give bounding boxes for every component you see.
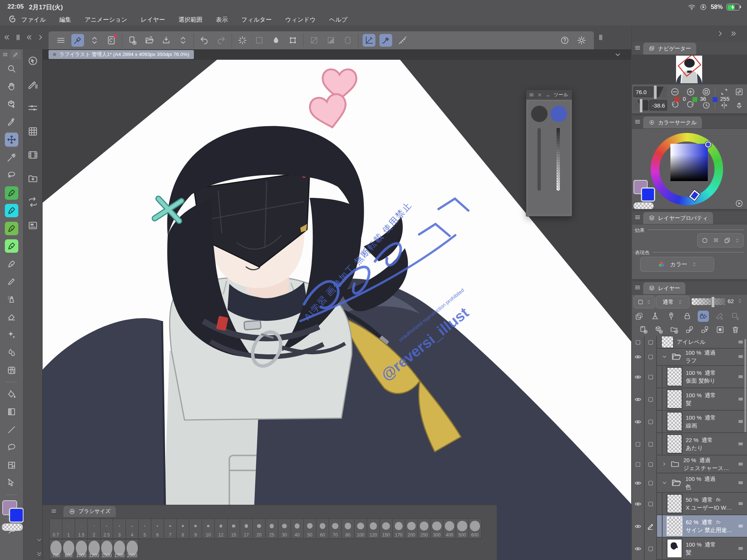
sv-selector[interactable]: [705, 141, 711, 147]
left-drag-handle-icon[interactable]: [14, 34, 22, 41]
layer-drag-handle-icon[interactable]: [737, 373, 744, 380]
collapse-tools-icon[interactable]: [25, 34, 33, 41]
decoration-tool[interactable]: [5, 328, 18, 342]
brush-size-1700[interactable]: 1700: [113, 539, 126, 559]
new-canvas-button[interactable]: [126, 34, 139, 47]
invert-selection-button[interactable]: [325, 34, 337, 47]
app-logo-icon[interactable]: [7, 14, 17, 24]
brush-size-700[interactable]: 700: [49, 539, 62, 559]
chevron-right-icon[interactable]: [661, 461, 667, 467]
layer-checkbox[interactable]: [645, 388, 657, 411]
operation-3d-tool[interactable]: [5, 97, 18, 111]
document-tab[interactable]: ラフイラスト 管理人1* (A4 2894 x 4093px 350dpi 76…: [49, 50, 194, 59]
navigator-preview-area[interactable]: [632, 55, 747, 84]
brush-size-5[interactable]: 5: [138, 519, 151, 539]
tool-tab[interactable]: [10, 50, 21, 59]
airbrush-tool[interactable]: [5, 293, 18, 306]
marker-tool-lightgreen[interactable]: [5, 239, 18, 253]
layer-content[interactable]: 100 % 通過ラフ: [657, 348, 747, 366]
deselect-button[interactable]: [308, 34, 320, 47]
brush-size-1500[interactable]: 1500: [100, 539, 113, 559]
blend-tool[interactable]: [5, 346, 18, 359]
sub-color-well[interactable]: [641, 187, 655, 202]
rotate-view-button[interactable]: [27, 55, 38, 68]
tool-window-close-icon[interactable]: [537, 92, 542, 97]
brush-size-8[interactable]: 8: [176, 519, 189, 539]
layer-visibility-toggle[interactable]: [632, 336, 645, 349]
move-layer-tool[interactable]: [5, 133, 18, 146]
layer-checkbox[interactable]: [645, 493, 657, 515]
selection-launcher-button[interactable]: [253, 34, 266, 47]
brush-size-2[interactable]: 2: [87, 519, 100, 539]
expression-color-dropdown[interactable]: カラー: [640, 257, 714, 272]
pen-tool[interactable]: [5, 257, 18, 271]
transfer-layer-button[interactable]: [684, 324, 695, 335]
layer-content[interactable]: 100 % 通常線画: [657, 411, 747, 433]
object-tool[interactable]: [5, 476, 18, 489]
layer-combine-dropdown[interactable]: [633, 296, 655, 308]
frame-border-tool[interactable]: [5, 458, 18, 472]
tab-brush-size[interactable]: ブラシサイズ: [63, 506, 116, 517]
sub-color-swatch[interactable]: [9, 508, 24, 523]
brush-size-250[interactable]: 250: [418, 519, 431, 539]
layer-editing-indicator[interactable]: [645, 515, 657, 538]
brush-size-17[interactable]: 17: [240, 519, 253, 539]
main-menu-button[interactable]: [55, 34, 67, 47]
menu-item-edit[interactable]: 編集: [59, 16, 71, 24]
brush-size-9[interactable]: 9: [189, 519, 202, 539]
zoom-out-button[interactable]: [669, 86, 681, 97]
panel-collapse-icon[interactable]: [716, 30, 724, 37]
layer-visibility-toggle[interactable]: [632, 515, 645, 538]
brush-size-25[interactable]: 25: [265, 519, 278, 539]
brush-size-6[interactable]: 6: [151, 519, 164, 539]
brush-size-12[interactable]: 12: [214, 519, 227, 539]
layer-visibility-toggle[interactable]: [632, 388, 645, 411]
collapse-panel-icon[interactable]: [36, 551, 43, 557]
layer-checkbox[interactable]: [645, 411, 657, 433]
brush-size-800[interactable]: 800: [62, 539, 75, 559]
layer-content[interactable]: 20 % 通過ジェスチャースケッチ: [657, 455, 747, 473]
layer-drag-handle-icon[interactable]: [737, 396, 744, 402]
brush-size-3[interactable]: 3: [113, 519, 126, 539]
brush-panel-menu-icon[interactable]: [51, 508, 57, 514]
menu-item-animation[interactable]: アニメーション: [85, 16, 127, 24]
brush-size-1000[interactable]: 1000: [75, 539, 88, 559]
brush-size-2.5[interactable]: 2.5: [100, 519, 113, 539]
tool-window-titlebar[interactable]: ツール: [526, 90, 572, 100]
hand-tool[interactable]: [5, 80, 18, 93]
brush-size-300[interactable]: 300: [430, 519, 443, 539]
layer-panel-menu-icon[interactable]: [634, 284, 641, 291]
tool-property-button[interactable]: [27, 102, 38, 115]
save-options-switcher[interactable]: [177, 34, 189, 47]
layer-content[interactable]: 62 % 通常サイン 禁止用途入り: [657, 515, 747, 538]
layer-drag-handle-icon[interactable]: [737, 461, 744, 467]
new-layer-button[interactable]: [638, 324, 649, 335]
brush-size-4[interactable]: 4: [125, 519, 139, 539]
layer-content[interactable]: 100 % 通常髪: [657, 538, 747, 560]
fill-selection-button[interactable]: [270, 34, 282, 47]
transparent-color-swatch[interactable]: [2, 523, 23, 531]
brush-size-7[interactable]: 7: [164, 519, 177, 539]
menu-item-file[interactable]: ファイル: [21, 16, 46, 24]
brush-size-50[interactable]: 50: [303, 519, 316, 539]
brush-size-2000[interactable]: 2000: [125, 539, 139, 559]
select-wand-launcher-button[interactable]: [236, 34, 249, 47]
layer-drag-handle-icon[interactable]: [737, 339, 744, 345]
layer-drag-handle-icon[interactable]: [737, 418, 744, 425]
zoom-slider[interactable]: [654, 87, 667, 97]
menu-item-window[interactable]: ウィンドウ: [285, 16, 316, 24]
layer-row-9[interactable]: 62 % 通常サイン 禁止用途入り: [632, 515, 747, 538]
tool-panel-menu-icon[interactable]: [2, 52, 8, 57]
brush-size-70[interactable]: 70: [329, 519, 342, 539]
material-button[interactable]: [27, 173, 38, 186]
zoom-tool[interactable]: [5, 62, 18, 75]
panel-collapse-all-icon[interactable]: [730, 30, 737, 37]
snap-to-special-ruler-button[interactable]: [379, 34, 392, 47]
marker-tool-green[interactable]: [5, 186, 18, 200]
snap-to-ruler-button[interactable]: [363, 34, 375, 47]
tool-variant-switcher[interactable]: [88, 34, 101, 47]
layer-visibility-toggle[interactable]: [632, 411, 645, 433]
lock-transparent-button[interactable]: [698, 311, 709, 322]
layer-checkbox[interactable]: [645, 455, 657, 473]
layer-content[interactable]: 100 % 通過色: [657, 473, 747, 493]
